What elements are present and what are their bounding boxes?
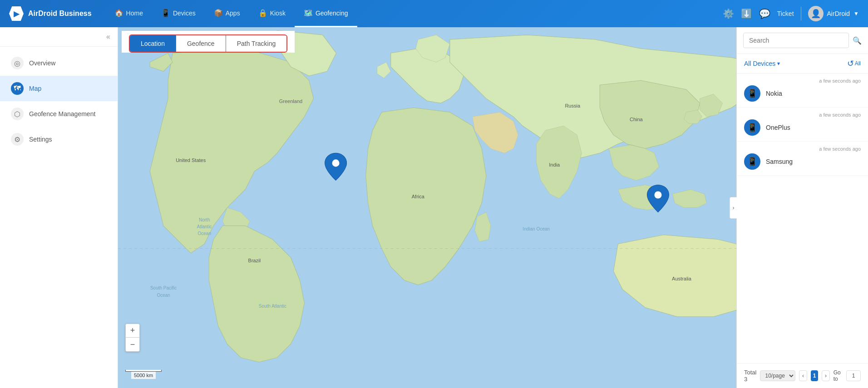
collapse-button[interactable]: « — [106, 33, 110, 41]
sidebar-settings-icon: ⚙ — [11, 133, 24, 146]
sidebar-item-map[interactable]: 🗺 Map — [0, 76, 118, 101]
svg-point-18 — [654, 191, 661, 198]
kiosk-icon: 🔒 — [258, 9, 267, 17]
app-name: AirDroid Business — [28, 10, 92, 18]
search-icon[interactable]: 🔍 — [853, 36, 862, 45]
logo-icon: ▶ — [9, 6, 24, 21]
goto-label: Go to — [833, 369, 843, 382]
zoom-in-button[interactable]: + — [126, 324, 139, 338]
panel-toggle-button[interactable]: › — [730, 197, 737, 219]
tab-location[interactable]: Location — [130, 35, 176, 52]
refresh-button[interactable]: ↺ All — [847, 59, 861, 69]
page-size-select[interactable]: 10/page — [760, 370, 795, 381]
pagination: Total 3 10/page ‹ 1 › Go to — [737, 363, 868, 388]
nav-home[interactable]: 🏠 Home — [105, 0, 152, 27]
sidebar: « ◎ Overview 🗺 Map ⬡ Geofence Management… — [0, 27, 118, 388]
device-phone-icon: 📱 — [744, 85, 760, 102]
main-container: « ◎ Overview 🗺 Map ⬡ Geofence Management… — [0, 27, 868, 388]
devices-icon: 📱 — [161, 9, 170, 17]
logo-area[interactable]: ▶ AirDroid Business — [9, 6, 92, 21]
scale-bar: 5000 km — [125, 370, 162, 379]
dropdown-chevron-icon: ▾ — [777, 60, 780, 67]
scale-label: 5000 km — [131, 372, 156, 379]
refresh-all-label: All — [855, 60, 861, 67]
nav-geofencing[interactable]: 🗺️ Geofencing — [295, 0, 357, 27]
geofence-mgmt-icon: ⬡ — [11, 108, 24, 120]
device-name: OnePlus — [766, 124, 790, 131]
nav-apps[interactable]: 📦 Apps — [205, 0, 249, 27]
header: ▶ AirDroid Business 🏠 Home 📱 Devices 📦 A… — [0, 0, 868, 27]
svg-text:India: India — [549, 162, 560, 167]
list-item[interactable]: a few seconds ago 📱 Samsung — [737, 142, 868, 176]
sidebar-item-settings[interactable]: ⚙ Settings — [0, 127, 118, 152]
sidebar-header: « — [0, 27, 118, 47]
svg-text:North: North — [199, 217, 210, 222]
search-box: 🔍 — [737, 27, 868, 54]
header-right: ⚙️ ⬇️ 💬 Ticket 👤 AirDroid ▼ — [723, 6, 859, 21]
svg-text:Greenland: Greenland — [279, 98, 302, 104]
device-timestamp: a few seconds ago — [744, 78, 861, 83]
device-timestamp: a few seconds ago — [744, 112, 861, 118]
tab-path-tracking[interactable]: Path Tracking — [226, 35, 287, 52]
message-icon[interactable]: 💬 — [759, 8, 770, 19]
pagination-total: Total 3 — [744, 369, 756, 383]
svg-text:Australia: Australia — [672, 276, 692, 281]
device-name: Nokia — [766, 90, 782, 97]
user-dropdown-icon: ▼ — [853, 10, 859, 17]
right-panel: › 🔍 All Devices ▾ ↺ All — [736, 27, 868, 388]
prev-page-button[interactable]: ‹ — [799, 370, 807, 381]
zoom-controls: + − — [125, 324, 140, 352]
device-info: 📱 Samsung — [744, 153, 861, 170]
all-devices-row: All Devices ▾ ↺ All — [737, 54, 868, 74]
tab-geofence[interactable]: Geofence — [176, 35, 226, 52]
list-item[interactable]: a few seconds ago 📱 Nokia — [737, 74, 868, 108]
device-phone-icon: 📱 — [744, 153, 760, 170]
zoom-out-button[interactable]: − — [126, 338, 139, 351]
settings-icon[interactable]: ⚙️ — [723, 8, 734, 19]
svg-text:Africa: Africa — [412, 194, 425, 199]
tab-bar: Location Geofence Path Tracking — [122, 31, 295, 53]
all-devices-dropdown[interactable]: All Devices ▾ — [744, 60, 780, 67]
svg-point-17 — [332, 159, 340, 167]
svg-text:Brazil: Brazil — [248, 258, 261, 263]
device-info: 📱 OnePlus — [744, 119, 861, 136]
goto-input[interactable] — [846, 370, 861, 381]
device-name: Samsung — [766, 158, 793, 165]
map-icon: 🗺 — [11, 82, 24, 95]
list-item[interactable]: a few seconds ago 📱 OnePlus — [737, 108, 868, 142]
refresh-icon: ↺ — [847, 59, 854, 69]
user-area[interactable]: 👤 AirDroid ▼ — [808, 6, 859, 21]
overview-icon: ◎ — [11, 57, 24, 69]
sidebar-items: ◎ Overview 🗺 Map ⬡ Geofence Management ⚙… — [0, 47, 118, 156]
search-input[interactable] — [743, 33, 849, 48]
content-area: Location Geofence Path Tracking — [118, 27, 868, 388]
svg-text:South Atlantic: South Atlantic — [259, 304, 286, 309]
geofencing-icon: 🗺️ — [304, 9, 313, 17]
device-phone-icon: 📱 — [744, 119, 760, 136]
device-timestamp: a few seconds ago — [744, 146, 861, 152]
svg-text:South Pacific: South Pacific — [150, 285, 177, 290]
nav-kiosk[interactable]: 🔒 Kiosk — [249, 0, 295, 27]
svg-text:Indian Ocean: Indian Ocean — [523, 226, 550, 231]
next-page-button[interactable]: › — [822, 370, 829, 381]
avatar: 👤 — [808, 6, 824, 21]
sidebar-item-geofence-management[interactable]: ⬡ Geofence Management — [0, 101, 118, 127]
device-list: a few seconds ago 📱 Nokia a few seconds … — [737, 74, 868, 363]
tab-group: Location Geofence Path Tracking — [129, 34, 287, 53]
device-info: 📱 Nokia — [744, 85, 861, 102]
sidebar-item-overview[interactable]: ◎ Overview — [0, 50, 118, 76]
home-icon: 🏠 — [114, 9, 123, 17]
ticket-label[interactable]: Ticket — [777, 10, 794, 17]
main-nav: 🏠 Home 📱 Devices 📦 Apps 🔒 Kiosk 🗺️ Geofe… — [105, 0, 723, 27]
user-name: AirDroid — [827, 10, 850, 17]
svg-text:Russia: Russia — [565, 103, 581, 108]
download-icon[interactable]: ⬇️ — [741, 8, 752, 19]
svg-text:China: China — [630, 117, 643, 122]
svg-text:United States: United States — [176, 157, 206, 163]
svg-text:Ocean: Ocean — [157, 293, 170, 298]
header-divider — [801, 7, 801, 20]
nav-devices[interactable]: 📱 Devices — [152, 0, 205, 27]
svg-text:Ocean: Ocean — [197, 231, 211, 236]
svg-text:Atlantic: Atlantic — [197, 224, 212, 229]
apps-icon: 📦 — [214, 9, 223, 17]
